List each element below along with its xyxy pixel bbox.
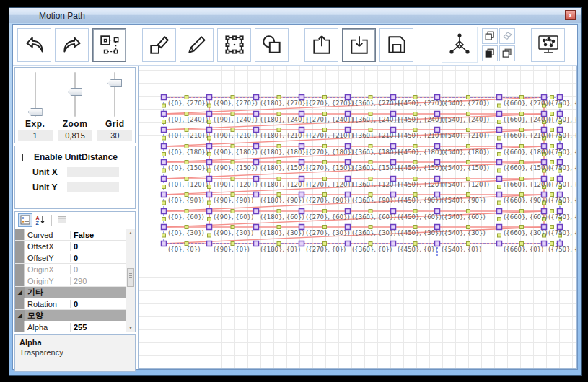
path-midpoint[interactable]: [277, 242, 281, 246]
path-midpoint[interactable]: [231, 242, 234, 246]
path-midpoint[interactable]: [467, 128, 470, 132]
path-midpoint[interactable]: [277, 161, 281, 164]
grid-slider[interactable]: [114, 72, 115, 117]
path-point[interactable]: [162, 209, 167, 214]
save-button[interactable]: [379, 28, 413, 62]
path-point[interactable]: [435, 128, 440, 133]
path-point[interactable]: [435, 160, 440, 165]
path-midpoint[interactable]: [162, 201, 166, 205]
path-midpoint[interactable]: [208, 201, 211, 205]
path-point[interactable]: [558, 192, 563, 197]
path-midpoint[interactable]: [323, 96, 327, 99]
path-point[interactable]: [391, 160, 396, 165]
property-category-row[interactable]: ◢기타: [15, 287, 126, 298]
exp-slider-thumb[interactable]: [28, 108, 43, 116]
path-point[interactable]: [542, 128, 547, 133]
path-point[interactable]: [299, 144, 304, 149]
path-point[interactable]: [497, 160, 502, 165]
close-button[interactable]: x: [565, 10, 576, 20]
path-midpoint[interactable]: [550, 112, 554, 116]
property-value[interactable]: 0: [71, 300, 126, 308]
path-midpoint[interactable]: [277, 193, 281, 197]
path-midpoint[interactable]: [413, 161, 417, 164]
property-grid-scrollbar[interactable]: ▲ ▼: [126, 229, 135, 332]
path-midpoint[interactable]: [369, 112, 372, 116]
path-point[interactable]: [391, 128, 396, 133]
path-midpoint[interactable]: [277, 226, 281, 229]
path-midpoint[interactable]: [467, 193, 470, 197]
scroll-down-icon[interactable]: ▼: [126, 324, 135, 332]
path-midpoint[interactable]: [323, 128, 327, 132]
path-midpoint[interactable]: [231, 96, 234, 99]
categorized-button[interactable]: [18, 213, 32, 227]
property-value[interactable]: 290: [71, 277, 126, 285]
path-point[interactable]: [254, 95, 259, 100]
property-row[interactable]: OffsetX0: [15, 241, 126, 252]
path-midpoint[interactable]: [277, 128, 281, 132]
path-midpoint[interactable]: [162, 136, 166, 140]
path-point[interactable]: [162, 112, 167, 117]
path-midpoint[interactable]: [323, 226, 327, 229]
path-point[interactable]: [558, 241, 563, 246]
path-midpoint[interactable]: [185, 210, 188, 213]
unit-x-field[interactable]: [67, 167, 119, 177]
path-point[interactable]: [435, 144, 440, 149]
path-midpoint[interactable]: [185, 96, 188, 99]
property-value[interactable]: 0: [71, 265, 126, 274]
path-midpoint[interactable]: [369, 193, 372, 197]
path-midpoint[interactable]: [467, 226, 470, 229]
path-point[interactable]: [497, 144, 502, 149]
path-point[interactable]: [542, 112, 547, 117]
path-point[interactable]: [162, 241, 167, 246]
path-midpoint[interactable]: [231, 145, 234, 148]
path-midpoint[interactable]: [277, 210, 281, 213]
path-point[interactable]: [497, 177, 502, 182]
path-point[interactable]: [346, 112, 351, 117]
path-midpoint[interactable]: [550, 145, 554, 148]
path-point[interactable]: [391, 225, 396, 230]
path-midpoint[interactable]: [369, 145, 372, 148]
path-point[interactable]: [162, 177, 167, 182]
path-point[interactable]: [558, 160, 563, 165]
path-point[interactable]: [299, 160, 304, 165]
path-point[interactable]: [162, 225, 167, 230]
export-button[interactable]: [304, 28, 338, 62]
path-midpoint[interactable]: [520, 161, 524, 164]
path-point[interactable]: [558, 177, 563, 182]
path-midpoint[interactable]: [498, 104, 501, 107]
path-point[interactable]: [254, 112, 259, 117]
path-point[interactable]: [162, 160, 167, 165]
path-midpoint[interactable]: [185, 161, 188, 164]
property-row[interactable]: OriginY290: [15, 275, 126, 287]
path-midpoint[interactable]: [413, 226, 417, 229]
path-midpoint[interactable]: [369, 96, 372, 99]
path-point[interactable]: [497, 241, 502, 246]
path-midpoint[interactable]: [498, 120, 501, 124]
path-midpoint[interactable]: [413, 193, 417, 197]
path-midpoint[interactable]: [162, 153, 166, 156]
path-point[interactable]: [435, 225, 440, 230]
path-point[interactable]: [558, 112, 563, 117]
property-category-row[interactable]: ◢모양: [15, 310, 126, 321]
motion-path-canvas[interactable]: ({0}, {270})({90}, {270})({180}, {270})(…: [138, 66, 577, 369]
path-point[interactable]: [558, 95, 563, 100]
path-point[interactable]: [497, 225, 502, 230]
path-editor-svg[interactable]: ({0}, {270})({90}, {270})({180}, {270})(…: [139, 66, 577, 369]
zoom-slider[interactable]: [74, 72, 76, 117]
path-midpoint[interactable]: [231, 112, 234, 116]
import-button[interactable]: [342, 28, 376, 62]
path-midpoint[interactable]: [185, 145, 188, 148]
path-point[interactable]: [299, 95, 304, 100]
path-midpoint[interactable]: [185, 177, 188, 181]
path-point[interactable]: [162, 95, 167, 100]
path-midpoint[interactable]: [231, 177, 234, 181]
path-point[interactable]: [391, 241, 396, 246]
path-point[interactable]: [558, 144, 563, 149]
path-midpoint[interactable]: [550, 96, 554, 99]
path-midpoint[interactable]: [520, 112, 524, 116]
property-row[interactable]: Rotation0: [15, 298, 126, 310]
path-midpoint[interactable]: [185, 112, 188, 116]
path-point[interactable]: [435, 112, 440, 117]
path-point[interactable]: [254, 177, 259, 182]
path-midpoint[interactable]: [323, 161, 327, 164]
